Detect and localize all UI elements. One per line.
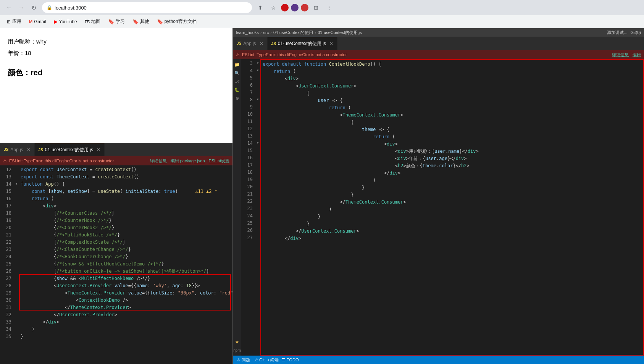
right-code-line-24: }: [261, 213, 643, 220]
left-code-area: 12 13 14 15 16 17 18 19 20 21 22 23 24 2…: [0, 165, 232, 364]
activity-npm-icon[interactable]: npm: [233, 346, 241, 354]
url-text: localhost:3000: [55, 5, 87, 11]
code-line-24: {/*<HookCounterChange />*/}: [19, 253, 232, 260]
code-line-33: </div>: [19, 319, 232, 326]
menu-button[interactable]: ⋮: [324, 2, 334, 13]
left-error-actions: 详细信息 编辑 package.json ESLint设置: [150, 158, 229, 164]
error-warning-icon: ⚠: [3, 159, 7, 163]
code-line-28: <UserContext.Provider value={{name: 'why…: [19, 282, 232, 290]
status-terminal[interactable]: ▪ 终端: [268, 357, 279, 363]
right-activity-strip: 📁 🔍 ⎇ 🐛 ⊕ ★ npm: [233, 59, 241, 356]
code-line-29: <ThemeContext.Provider value={{fontSize:…: [19, 290, 232, 297]
code-line-30: <ContextHookDemo />: [19, 297, 232, 304]
appjs-tab-close[interactable]: ✕: [27, 147, 31, 152]
right-code-line-5: <div>: [261, 75, 643, 83]
study-icon: 🔖: [108, 19, 114, 24]
code-line-34: ): [19, 326, 232, 333]
activity-explorer-icon[interactable]: 📁: [233, 61, 241, 68]
address-bar[interactable]: 🔒 localhost:3000: [42, 2, 252, 13]
bookmark-apps[interactable]: ⊞ 应用: [4, 17, 24, 26]
right-error-text: ESLint: TypeError: this.cliEngineCtor is…: [242, 52, 347, 57]
python-icon: 🔖: [157, 19, 163, 24]
code-line-17: <div>: [19, 202, 232, 210]
left-eslint-link[interactable]: ESLint设置: [209, 158, 229, 164]
youtube-icon: ▶: [54, 19, 58, 24]
forward-button[interactable]: →: [16, 2, 27, 13]
right-appjs-close[interactable]: ✕: [260, 41, 263, 46]
right-code-line-25: }: [261, 220, 643, 228]
code-line-35: }: [19, 333, 232, 340]
right-title-action2[interactable]: Git(0): [631, 30, 641, 35]
bookmark-study[interactable]: 🔖 学习: [105, 17, 128, 26]
color-line: 颜色：red: [8, 65, 225, 80]
nav-buttons: ← → ↻: [4, 2, 39, 13]
left-edit-package-link[interactable]: 编辑 package.json: [171, 158, 205, 164]
right-code-line-16: <div>年龄：{user.age}</div>: [261, 155, 643, 162]
user-age-line: 年龄：18: [8, 47, 225, 59]
left-error-bar: ⚠ ESLint: TypeError: this.cliEngineCtor …: [0, 156, 232, 165]
activity-diff-icon[interactable]: ⊕: [233, 94, 241, 102]
right-code-line-7: {: [261, 90, 643, 97]
activity-debug-icon[interactable]: 🐛: [233, 86, 241, 94]
right-code-line-6: <UserContext.Consumer>: [261, 83, 643, 90]
code-line-13: export const ThemeContext = createContex…: [19, 173, 232, 181]
activity-search-icon[interactable]: 🔍: [233, 69, 241, 77]
right-code-line-19: ): [261, 177, 643, 184]
code-line-15: const [show, setShow] = useState( initia…: [19, 188, 232, 195]
activity-star-icon[interactable]: ★: [233, 338, 241, 346]
right-titlebar: learn_hooks › src › 04-useContext的使用 › 0…: [233, 28, 644, 37]
reload-button[interactable]: ↻: [28, 2, 39, 13]
right-usecontext-close[interactable]: ✕: [329, 41, 333, 46]
gmail-icon: M: [29, 19, 32, 24]
code-line-16: return (: [19, 195, 232, 202]
bookmark-maps[interactable]: 🗺 地图: [82, 17, 103, 26]
share-button[interactable]: ⬆: [255, 2, 266, 13]
bookmark-gmail[interactable]: M Gmail: [26, 18, 49, 26]
maps-icon: 🗺: [85, 19, 90, 24]
apps-icon: ⊞: [7, 19, 11, 24]
left-tab-appjs[interactable]: JS App.js ✕: [0, 143, 35, 156]
right-title-action1[interactable]: 添加调试...: [607, 30, 627, 36]
right-code-line-3: export default function ContextHookDemo(…: [261, 61, 643, 68]
vscode-left: JS App.js ✕ JS 01-useContext的使用.js ✕ ⚠ E…: [0, 143, 232, 364]
back-button[interactable]: ←: [4, 2, 15, 13]
right-error-warning-icon: ⚠: [236, 52, 240, 57]
code-line-23: {/*<ClassCounterChange />*/}: [19, 246, 232, 253]
usecontext-tab-close[interactable]: ✕: [97, 147, 100, 152]
code-line-12: export const UserContext = createContext…: [19, 166, 232, 173]
bookmark-python[interactable]: 🔖 python官方文档: [154, 17, 200, 26]
status-problems[interactable]: ⚠ 问题: [237, 357, 250, 363]
status-bar: ⚠ 问题 ⎇ Git ▪ 终端 ☰ TODO: [233, 356, 644, 364]
star-button[interactable]: ☆: [268, 2, 279, 13]
right-edit-link[interactable]: 编辑: [633, 52, 641, 58]
right-code-line-17: <h2>颜色：{theme.color}</h2>: [261, 162, 643, 170]
right-error-actions: 详细信息 编辑: [612, 52, 641, 58]
right-appjs-icon: JS: [237, 41, 241, 45]
code-line-20: {/*<CounterHook2 />*/}: [19, 224, 232, 231]
right-detail-link[interactable]: 详细信息: [612, 52, 629, 58]
left-code-body: export const UserContext = createContext…: [19, 165, 232, 364]
code-line-18: {/*<CounterClass />*/}: [19, 210, 232, 217]
bookmark-youtube[interactable]: ▶ YouTube: [51, 17, 80, 26]
status-git[interactable]: ⎇ Git: [253, 358, 265, 362]
right-gutter: 3 4 5 6 7 8 9 10 11 12 13 14 15 16 17 18…: [241, 59, 255, 356]
extra-icon: [301, 4, 308, 11]
other-icon: 🔖: [132, 19, 139, 24]
right-code-line-9: return (: [261, 104, 643, 112]
code-line-22: {/*<ComplexHookState />*/}: [19, 239, 232, 246]
status-todo[interactable]: ☰ TODO: [282, 358, 299, 362]
bookmark-other[interactable]: 🔖 其他: [129, 17, 152, 26]
activity-git-icon[interactable]: ⎇: [233, 78, 241, 85]
right-tab-bar: JS App.js ✕ JS 01-useContext的使用.js ✕: [233, 37, 644, 50]
left-detail-link[interactable]: 详细信息: [150, 158, 167, 164]
right-tab-appjs[interactable]: JS App.js ✕: [233, 37, 268, 50]
right-code-line-20: }: [261, 184, 643, 191]
extensions-button[interactable]: ⊞: [311, 2, 321, 13]
right-code-line-8: user => {: [261, 97, 643, 104]
left-fold-col: ▾: [14, 165, 19, 364]
lock-icon: 🔒: [47, 5, 52, 10]
left-tab-usecontext[interactable]: JS 01-useContext的使用.js ✕: [35, 143, 105, 156]
code-line-25: {/*{show && <EffectHookCancelDemo />}*/}: [19, 260, 232, 268]
right-code-line-11: {: [261, 119, 643, 126]
right-tab-usecontext[interactable]: JS 01-useContext的使用.js ✕: [268, 37, 337, 50]
